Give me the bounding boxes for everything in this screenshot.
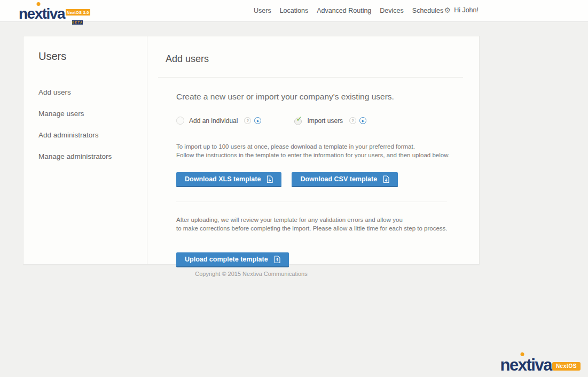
page-title: Add users	[166, 53, 468, 65]
nextos-version-badge: NextOS 3.0 BETA	[66, 6, 95, 26]
download-xls-label: Download XLS template	[185, 175, 261, 183]
option-label: Add an individual	[189, 117, 238, 125]
document-download-icon	[383, 175, 389, 183]
title-divider	[158, 77, 463, 78]
gear-icon[interactable]: ⚙	[444, 6, 451, 14]
sidebar-item-manage-administrators[interactable]: Manage administrators	[38, 152, 147, 160]
nav-item-devices[interactable]: Devices	[380, 7, 403, 14]
nav-item-schedules[interactable]: Schedules	[412, 7, 443, 14]
upload-instructions-line1: After uploading, we will review your tem…	[176, 216, 468, 224]
copyright-text: Copyright © 2015 Nextiva Communications	[23, 271, 480, 277]
nav-item-advanced-routing[interactable]: Advanced Routing	[317, 7, 371, 14]
sidebar-item-add-users[interactable]: Add users	[38, 88, 147, 96]
import-users-selected-icon[interactable]: ✓	[294, 117, 302, 125]
nextiva-logo[interactable]: nextiva NextOS 3.0 BETA	[19, 2, 95, 26]
top-bar: nextiva NextOS 3.0 BETA Users Locations …	[0, 0, 588, 22]
help-icon[interactable]: ?	[244, 117, 251, 124]
top-navigation: Users Locations Advanced Routing Devices…	[254, 7, 443, 14]
upload-instructions: After uploading, we will review your tem…	[176, 216, 468, 233]
sidebar-item-manage-users[interactable]: Manage users	[38, 110, 147, 118]
import-instructions-line2: Follow the instructions in the template …	[176, 151, 468, 159]
user-creation-options: Add an individual ? ▶ ✓ Import users ? ▶	[176, 117, 468, 125]
badge-beta-label: BETA	[72, 20, 83, 25]
badge-version-label: NextOS 3.0	[66, 9, 90, 16]
download-csv-label: Download CSV template	[300, 175, 377, 183]
template-download-buttons: Download XLS template Download CSV templ…	[176, 172, 468, 187]
sidebar: Users Add users Manage users Add adminis…	[23, 36, 147, 264]
upload-button-row: Upload complete template	[176, 252, 468, 267]
intro-text: Create a new user or import your company…	[176, 92, 468, 102]
brand-wordmark: nextiva	[500, 357, 552, 373]
nextos-badge: NextOS	[552, 362, 581, 371]
upload-complete-template-button[interactable]: Upload complete template	[176, 252, 289, 267]
user-greeting[interactable]: Hi John!	[454, 6, 479, 14]
import-instructions-line1: To import up to 100 users at once, pleas…	[176, 142, 468, 151]
sidebar-title: Users	[38, 50, 147, 63]
sidebar-item-add-administrators[interactable]: Add administrators	[38, 131, 147, 139]
play-video-icon[interactable]: ▶	[254, 117, 261, 124]
document-download-icon	[266, 175, 273, 183]
brand-wordmark: nextiva	[19, 6, 65, 21]
option-import-users[interactable]: ✓ Import users ? ▶	[294, 117, 366, 125]
nav-item-users[interactable]: Users	[254, 7, 271, 14]
download-xls-template-button[interactable]: Download XLS template	[176, 172, 281, 187]
nextiva-footer-logo: nextiva NextOS	[500, 357, 581, 373]
check-icon: ✓	[296, 115, 302, 122]
section-divider	[176, 202, 447, 202]
download-csv-template-button[interactable]: Download CSV template	[292, 172, 398, 187]
document-upload-icon	[274, 256, 280, 264]
help-icon[interactable]: ?	[349, 117, 356, 124]
user-menu[interactable]: ⚙ Hi John!	[444, 6, 479, 14]
import-instructions: To import up to 100 users at once, pleas…	[176, 142, 468, 159]
main-content-area: Add users Create a new user or import yo…	[147, 36, 479, 264]
upload-instructions-line2: to make corrections before completing th…	[176, 224, 468, 233]
users-panel: Users Add users Manage users Add adminis…	[23, 36, 480, 265]
option-label: Import users	[307, 117, 343, 125]
sidebar-list: Add users Manage users Add administrator…	[38, 88, 147, 160]
nav-item-locations[interactable]: Locations	[280, 7, 309, 14]
option-add-individual[interactable]: Add an individual ? ▶	[176, 117, 261, 125]
play-video-icon[interactable]: ▶	[359, 117, 366, 124]
radio-add-individual[interactable]	[176, 117, 184, 125]
upload-template-label: Upload complete template	[185, 256, 268, 263]
